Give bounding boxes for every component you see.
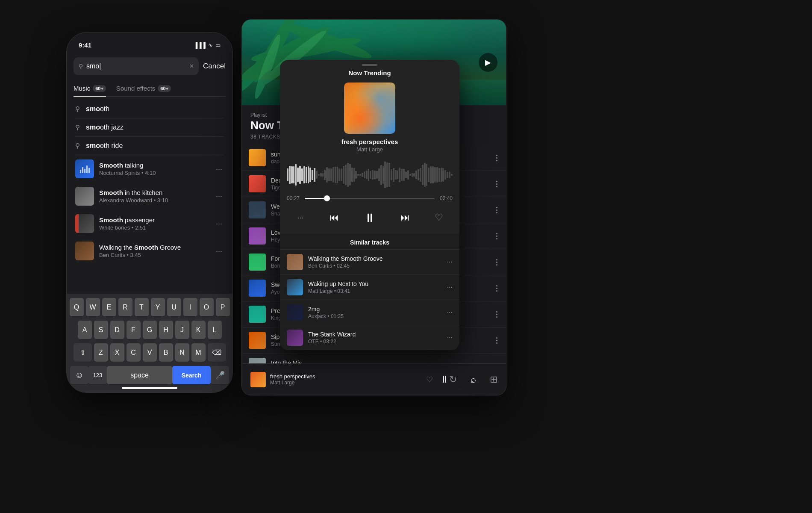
waveform-bar-69 [430,166,432,183]
key-b[interactable]: B [159,343,173,362]
tablet-np-artist: Matt Large [270,380,426,386]
suggestion-smooth[interactable]: ⚲ smooth [67,100,232,118]
key-o[interactable]: O [200,298,214,316]
playlist-track-more-8[interactable] [494,336,499,345]
key-g[interactable]: G [143,321,157,339]
similar-track-meta-2: Matt Large • 03:41 [308,288,442,294]
phone-cancel-button[interactable]: Cancel [203,62,226,71]
key-d[interactable]: D [110,321,124,339]
track-more-button-3[interactable]: ··· [214,218,224,230]
key-e[interactable]: E [102,298,116,316]
key-search-button[interactable]: Search [172,366,211,384]
key-a[interactable]: A [78,321,92,339]
track-more-button-2[interactable]: ··· [214,190,224,203]
player-progress-track[interactable] [305,198,435,199]
waveform-bar-58 [407,170,409,179]
playlist-track-more-2[interactable] [494,179,499,189]
phone-search-clear-button[interactable]: × [190,62,194,70]
key-z[interactable]: Z [94,343,108,362]
key-mic[interactable]: 🎤 [211,366,229,384]
tablet-heart-button[interactable]: ♡ [426,375,433,384]
playlist-track-more-4[interactable] [494,231,499,241]
key-i[interactable]: I [183,298,197,316]
key-space[interactable]: space [107,366,172,384]
tablet-hero-play-button[interactable]: ▶ [479,53,497,72]
key-p[interactable]: P [216,298,230,316]
similar-track-1[interactable]: Walking the Smooth Groove Ben Curtis • 0… [280,249,459,274]
track-result-smooth-talking[interactable]: Smooth talking Nocturnal Spirits • 4:10 … [67,155,232,183]
key-j[interactable]: J [175,321,189,339]
waveform-bar-53 [397,171,399,179]
waveform-bar-74 [441,168,442,182]
player-waveform[interactable] [287,158,453,192]
suggestion-smooth-jazz[interactable]: ⚲ smooth jazz [67,118,232,136]
playlist-track-more-3[interactable] [494,205,499,215]
key-r[interactable]: R [118,298,132,316]
key-f[interactable]: F [127,321,141,339]
track-result-smooth-kitchen[interactable]: Smooth in the kitchen Alexandra Woodward… [67,183,232,210]
key-n[interactable]: N [175,343,189,362]
key-l[interactable]: L [208,321,222,339]
waveform-bar-33 [355,171,357,179]
phone-time: 9:41 [79,41,91,49]
playlist-track-more-5[interactable] [494,257,499,267]
tablet-nav-search[interactable]: ⌕ [471,374,476,385]
waveform-bar-70 [432,166,434,183]
key-k[interactable]: K [191,321,206,339]
similar-track-2[interactable]: Waking up Next to You Matt Large • 03:41… [280,274,459,300]
tablet-now-playing-bar[interactable]: fresh perspectives Matt Large [250,372,426,387]
key-t[interactable]: T [135,298,149,316]
similar-track-3[interactable]: 2mg Auxjack • 01:35 ··· [280,300,459,325]
playlist-track-more-7[interactable] [494,310,499,319]
phone-search-text[interactable]: smo| [86,62,186,70]
track-result-walking-smooth-groove[interactable]: Walking the Smooth Groove Ben Curtis • 3… [67,237,232,265]
key-m[interactable]: M [191,343,206,362]
waveform-bar-4 [295,164,297,186]
key-w[interactable]: W [86,298,100,316]
phone-search-input-container[interactable]: ⚲ smo| × [74,57,199,75]
key-c[interactable]: C [127,343,141,362]
waveform-bar-32 [353,168,355,182]
player-drag-handle[interactable] [362,64,377,66]
key-delete[interactable]: ⌫ [208,343,226,362]
similar-track-4[interactable]: The Stank Wizard OTE • 03:22 ··· [280,325,459,350]
track-more-button-4[interactable]: ··· [214,245,224,257]
tablet-play-button[interactable]: ⏸ [440,374,449,385]
waveform-bar-56 [403,169,405,180]
key-q[interactable]: Q [70,298,84,316]
search-icon: ⚲ [79,63,83,70]
track-name-4: Walking the Smooth Groove [99,244,209,251]
player-progress-thumb[interactable] [324,195,330,201]
suggestion-smooth-ride[interactable]: ⚲ smooth ride [67,137,232,155]
player-prev-button[interactable]: ⏮ [326,209,343,226]
key-h[interactable]: H [159,321,173,339]
similar-more-3[interactable]: ··· [447,309,453,316]
key-emoji[interactable]: ☺ [70,366,88,384]
playlist-track-more-6[interactable] [494,283,499,293]
playlist-track-more-1[interactable] [494,153,499,163]
player-more-button[interactable]: ··· [292,209,309,226]
player-heart-button[interactable]: ♡ [430,209,447,226]
player-pause-button[interactable]: ⏸ [359,207,380,228]
similar-track-info-1: Walking the Smooth Groove Ben Curtis • 0… [308,255,442,269]
key-s[interactable]: S [94,321,108,339]
key-v[interactable]: V [143,343,157,362]
similar-more-2[interactable]: ··· [447,283,453,291]
album-art-image [344,83,395,134]
key-123[interactable]: 123 [88,366,107,384]
key-shift[interactable]: ⇧ [74,343,92,362]
tablet-nav-home[interactable]: ↻ [449,374,457,385]
track-result-smooth-passenger[interactable]: Smooth passenger White bones • 2:51 ··· [67,210,232,237]
similar-more-4[interactable]: ··· [447,334,453,342]
similar-more-1[interactable]: ··· [447,258,453,266]
waveform-bar-17 [322,173,324,177]
track-more-button-1[interactable]: ··· [214,163,224,175]
key-u[interactable]: U [167,298,181,316]
tablet-nav-library[interactable]: ⊞ [490,374,497,385]
key-x[interactable]: X [110,343,124,362]
tab-music[interactable]: Music 60+ [74,81,106,96]
key-y[interactable]: Y [151,298,165,316]
playlist-thumb-8 [249,332,266,349]
player-next-button[interactable]: ⏭ [397,209,414,226]
tab-sound-effects[interactable]: Sound effects 60+ [116,81,171,96]
